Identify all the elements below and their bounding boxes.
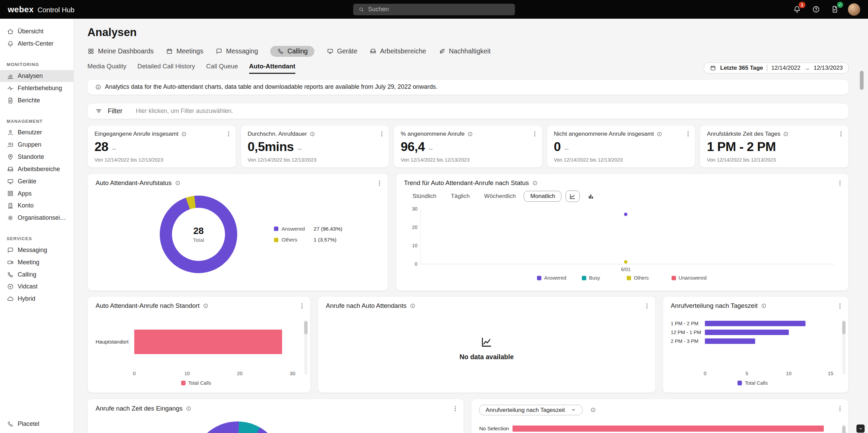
sidebar-item-hybrid[interactable]: Hybrid [0,293,73,305]
bar[interactable] [134,330,282,354]
sidebar-item-messaging[interactable]: Messaging [0,244,73,256]
info-icon[interactable] [186,406,191,411]
subtab-auto-attendant[interactable]: Auto-Attendant [249,63,295,74]
sidebar-item-apps[interactable]: Apps [0,187,73,200]
info-icon[interactable] [532,180,538,186]
kpi-value-row: 28 -- [94,139,229,154]
sidebar-item-placetel[interactable]: Placetel [0,415,73,433]
call-status-donut[interactable]: 28 Total [160,196,237,273]
bar[interactable] [705,338,755,344]
subtab-media-quality[interactable]: Media Quality [87,63,126,74]
help-button[interactable] [811,4,822,15]
info-icon[interactable] [590,407,596,413]
info-icon[interactable] [657,131,662,137]
chart-scrollbar[interactable] [304,320,308,375]
onboarding-checklist-button[interactable]: ✓ [829,4,840,15]
sidebar-item-vidcast[interactable]: Vidcast [0,281,73,293]
sidebar-item-berichte[interactable]: Berichte [0,94,73,106]
sidebar-item-alerts-center[interactable]: Alerts-Center [0,38,73,50]
sidebar-item-konto[interactable]: Konto [0,200,73,212]
tab-nachhaltigkeit[interactable]: Nachhaltigkeit [438,46,491,57]
empty-state: No data available [326,310,647,387]
bar[interactable] [513,426,824,432]
sidebar-item-label: Übersicht [18,28,44,35]
info-icon[interactable] [467,131,473,137]
sidebar-item-organisationseinstellun-[interactable]: Organisationseinstellun... [0,212,73,224]
kpi-delta: -- [298,146,302,153]
more-options-button[interactable] [451,404,459,413]
chart-scrollbar[interactable] [842,424,846,433]
scrollbar-thumb[interactable] [842,426,846,433]
chart-scrollbar[interactable] [842,320,846,375]
more-options-button[interactable] [377,130,386,138]
data-point-others[interactable] [624,261,628,264]
scrollbar-thumb[interactable] [860,71,864,89]
tab-arbeitsbereiche[interactable]: Arbeitsbereiche [369,46,426,57]
chart-select-dropdown[interactable]: Anrufverteilung nach Tageszeit [479,405,583,416]
sidebar-item-übersicht[interactable]: Übersicht [0,26,73,38]
bar-row: Hauptstandort [96,330,302,354]
sidebar-item-fehlerbehebung[interactable]: Fehlerbehebung [0,82,73,94]
granularity-monatlich[interactable]: Monatlich [524,191,561,202]
notifications-button[interactable]: 1 [792,4,803,15]
grid-icon [87,48,94,55]
entry-time-donut[interactable] [192,421,283,433]
search-input[interactable] [368,6,510,13]
more-options-button[interactable] [531,130,539,138]
subtab-call-queue[interactable]: Call Queue [206,63,238,74]
card-title: Anrufverteilung nach Tageszeit [671,302,758,310]
more-options-button[interactable] [224,130,233,138]
granularity-täglich[interactable]: Täglich [445,191,476,202]
info-icon[interactable] [783,131,788,137]
sidebar-item-analysen[interactable]: Analysen [0,70,73,82]
more-options-button[interactable] [642,302,651,311]
more-options-button[interactable] [683,130,692,138]
info-icon[interactable] [761,303,766,309]
more-options-button[interactable] [297,302,306,311]
sidebar-item-geräte[interactable]: Geräte [0,175,73,187]
global-search[interactable] [353,4,515,15]
tab-geräte[interactable]: Geräte [327,46,358,57]
info-icon[interactable] [410,303,415,309]
granularity-stündlich[interactable]: Stündlich [406,191,443,202]
info-icon[interactable] [203,303,208,309]
scroll-down-button[interactable] [856,424,865,433]
sidebar-item-gruppen[interactable]: Gruppen [0,139,73,151]
info-icon[interactable] [181,131,187,137]
date-range-picker[interactable]: Letzte 365 Tage 12/14/2022 → 12/13/2023 [704,63,849,73]
line-chart-toggle[interactable] [566,190,580,202]
sidebar-item-meeting[interactable]: Meeting [0,256,73,268]
sidebar-item-calling[interactable]: Calling [0,268,73,281]
info-icon[interactable] [310,131,315,137]
more-options-button[interactable] [837,130,846,138]
filter-icon [95,107,102,115]
bar-track [705,338,830,344]
scrollbar-thumb[interactable] [842,321,846,334]
more-options-button[interactable] [836,302,845,311]
more-options-button[interactable] [836,179,845,187]
bar[interactable] [705,321,805,326]
scrollbar-thumb[interactable] [304,321,308,334]
app-logo[interactable]: webex Control Hub [8,5,74,14]
tab-meine-dashboards[interactable]: Meine Dashboards [87,46,154,57]
sidebar-section: MANAGEMENT Benutzer Gruppen Standorte Ar… [0,119,73,224]
more-options-button[interactable] [836,404,845,413]
more-options-button[interactable] [375,179,384,187]
bar-chart-toggle[interactable] [584,190,598,202]
tab-messaging[interactable]: Messaging [215,46,258,57]
user-avatar[interactable] [848,3,860,16]
sidebar-item-arbeitsbereiche[interactable]: Arbeitsbereiche [0,163,73,175]
data-point-answered[interactable] [624,213,628,216]
page-scrollbar[interactable] [860,71,864,421]
granularity-wöchentlich[interactable]: Wöchentlich [478,191,522,202]
sidebar-item-benutzer[interactable]: Benutzer [0,127,73,139]
subtab-detailed-call-history[interactable]: Detailed Call History [137,63,195,74]
sidebar-item-standorte[interactable]: Standorte [0,151,73,163]
bar[interactable] [705,330,788,335]
tab-meetings[interactable]: Meetings [166,46,203,57]
sidebar-item-label: Vidcast [18,283,37,290]
tab-calling[interactable]: Calling [270,46,314,57]
kpi-card: Durchschn. Anrufdauer 0,5mins -- Von 12/… [241,125,389,168]
filter-bar[interactable]: Filter Hier klicken, um Filter auszuwähl… [87,103,849,119]
info-icon[interactable] [175,180,180,186]
